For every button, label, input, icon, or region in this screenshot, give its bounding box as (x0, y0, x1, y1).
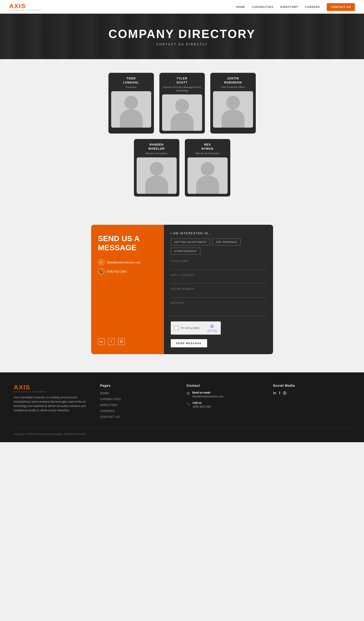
field-phone: PHONE NUMBER (171, 288, 266, 297)
contact-wrapper: SEND US A MESSAGE @ Steel@axisironworks.… (91, 225, 273, 354)
person-header-tyler: TYLERSCOTT Director of Project Managemen… (159, 73, 205, 94)
field-message: MESSAGE (171, 302, 266, 317)
contact-email: Steel@axisironworks.com (107, 261, 141, 264)
contact-info: @ Steel@axisironworks.com 📞 (435) 932-23… (98, 259, 157, 329)
footer-contact-heading: Contact (187, 384, 264, 387)
interest-jobs[interactable]: JOB OPENINGS (212, 239, 241, 245)
recaptcha-label: I'm not a robot (181, 326, 204, 330)
contact-phone: (435) 932-2381 (107, 270, 127, 273)
footer-col-contact: Contact @ Send us email Steel@axisironwo… (187, 384, 264, 419)
field-email: EMAIL ADDRESS (171, 274, 266, 284)
contact-left-panel: SEND US A MESSAGE @ Steel@axisironworks.… (91, 225, 164, 354)
recaptcha-logo: ♻ reCAPTCHA Privacy - Terms (206, 324, 217, 332)
person-photo-randen (137, 157, 177, 194)
person-name-justin: JUSTINROBINSON (213, 76, 253, 85)
label-message: MESSAGE (171, 302, 266, 304)
footer-col-brand: AXIS AUTOMATED IRONWORKS Axis Automated … (14, 384, 91, 419)
logo[interactable]: AXIS AUTOMATED IRONWORKS (9, 3, 42, 11)
footer-phone-icon: 📞 (187, 402, 191, 408)
nav-directory[interactable]: DIRECTORY (280, 5, 298, 9)
contact-heading: SEND US A MESSAGE (98, 234, 157, 253)
hero-title: COMPANY DIRECTORY (108, 27, 256, 41)
footer-linkedin-icon[interactable]: in (273, 391, 276, 396)
footer-grid: AXIS AUTOMATED IRONWORKS Axis Automated … (14, 384, 350, 419)
contact-section: SEND US A MESSAGE @ Steel@axisironworks.… (0, 216, 364, 372)
label-phone: PHONE NUMBER (171, 288, 266, 290)
person-card-rex: REXNYMAN Director of Production (185, 139, 230, 197)
footer-pages-list: HOME CAPABILITIES DIRECTORY CAREERS CONT… (100, 391, 177, 419)
footer-copyright: Copyright © 2023 Axis Automated Ironwork… (14, 428, 350, 435)
person-silhouette-justin (213, 91, 253, 128)
footer-link-contact[interactable]: CONTACT US (100, 415, 120, 418)
footer-email-text: Send us email Steel@axisironworks.com (192, 391, 223, 398)
phone-icon: 📞 (98, 268, 104, 275)
recaptcha-box[interactable]: I'm not a robot ♻ reCAPTCHA Privacy - Te… (171, 321, 221, 335)
linkedin-icon[interactable]: in (98, 338, 105, 345)
label-email: EMAIL ADDRESS (171, 274, 266, 276)
person-header-justin: JUSTINROBINSON Chief Financial Officer (210, 73, 256, 91)
footer-phone-item: 📞 Call us (435) 932-2381 (187, 401, 264, 408)
logo-axis: AXIS (9, 3, 42, 9)
directory-row-1: TODDLUNDAHL President TYLERSCOTT Directo… (9, 73, 355, 134)
person-name-tyler: TYLERSCOTT (162, 76, 202, 85)
directory-section: TODDLUNDAHL President TYLERSCOTT Directo… (0, 59, 364, 216)
contact-right-panel: I AM INTERESTED IN... GETTING AN ESTIMAT… (164, 225, 273, 354)
input-name[interactable] (171, 263, 266, 270)
send-message-button[interactable]: SEND MESSAGE (171, 339, 207, 347)
nav-capabilities[interactable]: CAPABILITIES (252, 5, 273, 9)
contact-phone-item: 📞 (435) 932-2381 (98, 268, 157, 275)
footer-instagram-icon[interactable]: ⓒ (283, 391, 286, 396)
recaptcha-checkbox[interactable] (174, 326, 179, 330)
footer-link-home[interactable]: HOME (100, 392, 109, 395)
recaptcha-icon: ♻ (210, 324, 214, 329)
input-phone[interactable] (171, 291, 266, 297)
footer-logo-sub: AUTOMATED IRONWORKS (14, 391, 91, 393)
hero-section: COMPANY DIRECTORY CONTACT US DIRECTLY (0, 14, 364, 59)
navbar: AXIS AUTOMATED IRONWORKS HOME CAPABILITI… (0, 0, 364, 14)
person-photo-justin (213, 91, 253, 128)
copyright-text: Copyright © 2023 Axis Automated Ironwork… (14, 433, 87, 435)
footer-link-directory[interactable]: DIRECTORY (100, 404, 118, 407)
input-email[interactable] (171, 277, 266, 284)
person-title-tyler: Director of Project Management & Estimat… (162, 86, 202, 92)
nav-contact-us[interactable]: CONTACT US (327, 3, 355, 11)
person-card-justin: JUSTINROBINSON Chief Financial Officer (210, 73, 256, 134)
footer-email-item: @ Send us email Steel@axisironworks.com (187, 391, 264, 398)
footer-email-label: Send us email (192, 391, 223, 394)
interest-buttons: GETTING AN ESTIMATE JOB OPENINGS A PARTN… (171, 239, 266, 255)
logo-sub: AUTOMATED IRONWORKS (9, 9, 42, 11)
contact-email-item: @ Steel@axisironworks.com (98, 259, 157, 265)
email-icon: @ (98, 259, 104, 265)
footer-link-careers[interactable]: CAREERS (100, 410, 115, 413)
footer-link-capabilities[interactable]: CAPABILITIES (100, 398, 121, 401)
footer-phone-value: (435) 932-2381 (193, 405, 212, 408)
person-silhouette-todd (111, 91, 151, 128)
field-name: YOUR NAME (171, 260, 266, 270)
footer-col-social: Social Media in f ⓒ (273, 384, 350, 419)
input-message[interactable] (171, 305, 266, 316)
hero-subtitle: CONTACT US DIRECTLY (156, 43, 208, 46)
footer-facebook-icon[interactable]: f (279, 391, 280, 396)
instagram-icon[interactable]: ⓒ (118, 338, 125, 345)
facebook-icon[interactable]: f (108, 338, 115, 345)
interest-estimate[interactable]: GETTING AN ESTIMATE (171, 239, 210, 245)
label-name: YOUR NAME (171, 260, 266, 262)
footer-phone-label: Call us (193, 401, 212, 404)
footer-email-icon: @ (187, 392, 190, 398)
footer: AXIS AUTOMATED IRONWORKS Axis Automated … (0, 372, 364, 442)
footer-social-icons: in f ⓒ (273, 391, 350, 396)
nav-home[interactable]: HOME (236, 5, 245, 9)
footer-description: Axis Automated Ironworks is a leading st… (14, 395, 91, 413)
interest-partnership[interactable]: A PARTNERSHIP (171, 248, 200, 255)
footer-social-heading: Social Media (273, 384, 350, 387)
nav-careers[interactable]: CAREERS (305, 5, 320, 9)
person-header-rex: REXNYMAN Director of Production (185, 139, 230, 157)
nav-links: HOME CAPABILITIES DIRECTORY CAREERS CONT… (236, 5, 355, 9)
footer-logo-axis: AXIS (14, 384, 91, 391)
person-header-todd: TODDLUNDAHL President (108, 73, 154, 91)
person-photo-tyler (162, 94, 202, 131)
person-name-randen: RANDENWHEELER (137, 143, 177, 151)
person-name-rex: REXNYMAN (188, 143, 228, 151)
footer-pages-heading: Pages (100, 384, 177, 387)
footer-col-pages: Pages HOME CAPABILITIES DIRECTORY CAREER… (100, 384, 177, 419)
